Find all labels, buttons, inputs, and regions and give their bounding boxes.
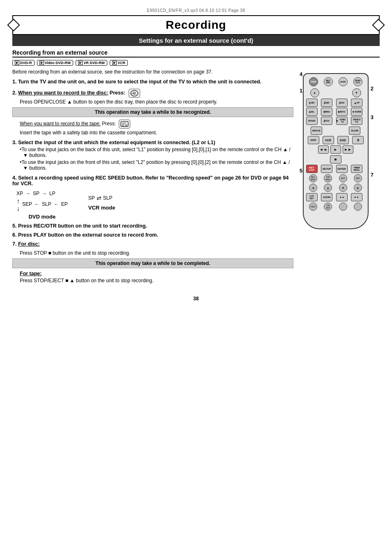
step-1-text: 1. Turn the TV and the unit on, and be s… (12, 79, 293, 85)
dvd-speed-diagram: XP → SP → LP ↑ ↓ SEP ← (16, 191, 68, 220)
num-extra[interactable]: VIDEOTV (351, 117, 362, 125)
label-4: 4 (300, 71, 302, 77)
record-button[interactable]: RECOTR (306, 165, 318, 173)
step-7-notice: This operation may take a while to be co… (12, 258, 293, 268)
nav-down-btn[interactable]: ▼ (339, 184, 347, 192)
intro-text: Before recording from an external source… (12, 69, 293, 75)
label-1: 1 (300, 88, 302, 94)
ch-up-button[interactable]: ▲ (310, 88, 319, 97)
top-menu-btn[interactable]: TOPMNU (324, 174, 332, 182)
svg-point-4 (122, 124, 124, 126)
play-button[interactable]: ► (330, 145, 341, 154)
page-number: 38 (12, 296, 380, 302)
display-button[interactable]: DISP (308, 136, 319, 144)
section-heading: Recording from an external source (12, 49, 380, 58)
extra-btn-1[interactable] (339, 203, 347, 211)
rec-speed-button[interactable]: RECSPD (324, 77, 333, 86)
format-icon-vcr: ▶ VCR (110, 60, 128, 66)
play-transport: ◄◄ ► ►► (306, 145, 365, 154)
test-btn[interactable]: TEST (309, 203, 317, 211)
step-3-bullet-1: •To use the input jacks on the back of t… (20, 147, 293, 158)
dvd-button[interactable]: DVD (337, 136, 349, 144)
label-2: 2 (371, 85, 374, 92)
num-2[interactable]: 2DEF (321, 99, 332, 107)
pause-button[interactable]: ⏸ (352, 136, 364, 144)
step-1: 1. Turn the TV and the unit on, and be s… (12, 79, 293, 85)
extra-btn-2[interactable] (354, 203, 362, 211)
label-5: 5 (300, 168, 302, 174)
step-7-tape-text: Press STOP/EJECT ■ ▲ button on the unit … (20, 278, 293, 283)
format-icon-video-dvdrw: ▶ Video DVD-RW (37, 60, 74, 66)
step-4-text: 4. Select a recording speed using REC SP… (12, 175, 293, 187)
num-up-right[interactable]: ▲UP (351, 99, 362, 107)
zoom-btn[interactable]: ZOOM (321, 193, 332, 201)
content-area: Before recording from an external source… (12, 69, 380, 288)
vcr-slp-label: SLP (103, 195, 113, 201)
dvd-sep-label: SEP (22, 201, 32, 207)
vcr-sp-label: SP (88, 195, 95, 201)
enter-circle-btn[interactable]: ENT (339, 174, 347, 182)
utility-row: CLRRST ZOOM ◄◄ ►► (306, 193, 365, 201)
dvd-lp-label: LP (49, 191, 55, 196)
rec-row: RECOTR SETUP ENTER TIMERPROG (306, 165, 365, 173)
step-4: 4. Select a recording speed using REC SP… (12, 175, 293, 187)
ffwd-button[interactable]: ►► (343, 145, 353, 154)
step-7: 7. For disc: Press STOP ■ button on the … (12, 241, 293, 283)
sub-title-bar: Settings for an external source (cont'd) (12, 35, 380, 46)
slow-button[interactable]: SLOW (349, 127, 360, 135)
step-2-notice: This operation may take a while to be re… (12, 107, 293, 117)
label-7: 7 (371, 172, 374, 178)
remote-body: PWR RECSPD AUD OPENCLS ▲ ▼ 1ABC 2DE (303, 73, 369, 229)
nav-right-btn[interactable]: ► (354, 184, 362, 192)
step-7-disc-text: Press STOP ■ button on the unit to stop … (20, 250, 293, 256)
ch-down-button[interactable]: ▼ (352, 88, 361, 97)
skip-back-btn[interactable]: ◄◄ (336, 193, 348, 201)
num-5[interactable]: 5MNO (321, 108, 332, 116)
format-icon-dvdr: ▶ DVD-R (12, 60, 35, 66)
step-5: 5. Press REC/OTR button on the unit to s… (12, 223, 293, 229)
open-close-button[interactable]: OPENCLS (353, 77, 362, 86)
setup-button[interactable]: SETUP (321, 165, 332, 173)
right-column: 4 1 2 3 5 7 PWR RECSPD AUD OPENCLS (297, 69, 380, 288)
num-4[interactable]: 4JKL (306, 108, 318, 116)
dvd-xp-label: XP (16, 191, 23, 196)
num-6[interactable]: 6WXYZ (336, 108, 348, 116)
num-8[interactable]: 8TUV (321, 117, 332, 125)
return-btn[interactable]: RET (354, 174, 362, 182)
step-6: 6. Press PLAY button on the external sou… (12, 232, 293, 238)
step-2: 2. When you want to record to the disc: … (12, 89, 293, 136)
nav-up-btn[interactable]: ▲ (324, 184, 332, 192)
timer-prog-button[interactable]: TIMERPROG (351, 165, 362, 173)
audio-button[interactable]: AUD (339, 77, 348, 86)
format-icon-vr-dvdrw: ▶ VR DVD-RW (76, 60, 107, 66)
clear-reset-btn[interactable]: CLRRST (306, 193, 318, 201)
dvd-sp-label: SP (33, 191, 39, 196)
last-row: TEST CMSKP (306, 203, 365, 211)
cm-skip-btn[interactable]: CMSKP (324, 203, 332, 211)
svg-point-5 (125, 124, 127, 126)
num-9[interactable]: 9VGBD TV (336, 117, 348, 125)
num-7[interactable]: 7PGRS (306, 117, 318, 125)
remote-top-row[interactable]: PWR RECSPD AUD OPENCLS (306, 77, 365, 86)
space-slow-row: SPACE SLOW (306, 127, 365, 135)
enter-button[interactable]: ENTER (336, 165, 348, 173)
main-title: Recording (166, 18, 226, 31)
num-3[interactable]: 3GHI (336, 99, 348, 107)
power-button[interactable]: PWR (309, 77, 318, 86)
space-button[interactable]: SPACE (311, 127, 322, 135)
vcr-mode-label: VCR mode (88, 205, 115, 211)
stop-button[interactable]: ■ (330, 155, 341, 164)
nav-left-btn[interactable]: ◄ (309, 184, 317, 192)
skip-fwd-btn[interactable]: ►► (351, 193, 362, 201)
num-1[interactable]: 1ABC (306, 99, 318, 107)
svg-text:DVD: DVD (131, 92, 135, 94)
speed-diagram-wrapper: XP → SP → LP ↑ ↓ SEP ← (16, 191, 293, 220)
left-column: Before recording from an external source… (12, 69, 293, 288)
vcr-button[interactable]: VCR (323, 136, 334, 144)
num-down-right[interactable]: ▼DOWN (351, 108, 362, 116)
vcr-speed-diagram: SP ⇄ SLP VCR mode (80, 195, 115, 211)
rec-monitor-btn[interactable]: RECMON (309, 174, 317, 182)
step-3-text: 3. Select the input of the unit which th… (12, 140, 293, 145)
dvd-arrow1: → (25, 191, 30, 196)
rew-button[interactable]: ◄◄ (318, 145, 329, 154)
